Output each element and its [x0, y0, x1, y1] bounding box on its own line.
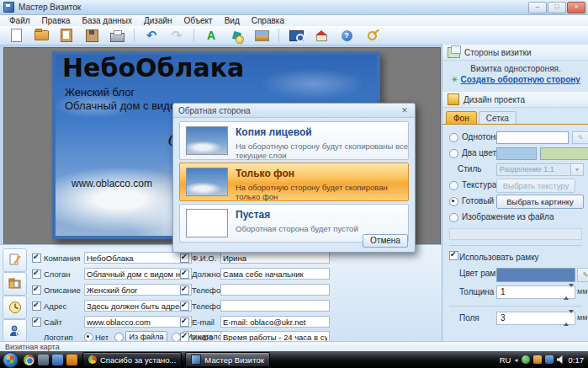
menu-file[interactable]: Файл [3, 16, 36, 25]
contacts-button[interactable] [3, 319, 27, 343]
margins-spinner-arrows[interactable] [564, 313, 569, 323]
company-input[interactable] [84, 252, 192, 264]
thickness-spinner-arrows[interactable] [564, 287, 569, 296]
insert-shape-icon[interactable] [226, 28, 246, 44]
option-copy-front[interactable]: Копия лицевой На оборотную сторону будут… [179, 121, 409, 160]
phone2-checkbox[interactable] [180, 301, 189, 311]
menu-database[interactable]: База данных [76, 16, 138, 25]
fio-checkbox[interactable] [180, 253, 189, 263]
radio-image-from-file[interactable] [449, 213, 458, 222]
card-site-text[interactable]: www.oblacco.com [72, 178, 152, 189]
frame-color-picker-button[interactable]: ✎ [577, 268, 588, 282]
company-checkbox[interactable] [32, 253, 41, 263]
save-icon[interactable] [82, 28, 102, 44]
create-back-side-link[interactable]: Создать оборотную сторону [461, 75, 580, 84]
phone1-checkbox[interactable] [180, 285, 189, 295]
radio-texture[interactable] [449, 181, 458, 190]
card-company-text[interactable]: НебоОблака [62, 53, 244, 83]
site-label: Сайт [44, 317, 62, 327]
cancel-button[interactable]: Отмена [363, 234, 408, 248]
image-file-field-disabled [449, 228, 582, 240]
fio-input[interactable] [220, 252, 330, 264]
edit-fields-button[interactable] [3, 248, 27, 272]
card-description-text[interactable]: Женский блог [65, 86, 135, 99]
phone1-input[interactable] [220, 284, 330, 296]
menu-view[interactable]: Вид [219, 16, 246, 25]
email-checkbox[interactable] [180, 317, 189, 327]
volume-icon[interactable] [557, 355, 565, 364]
toolbar-separator [278, 29, 279, 42]
project-design-icon [448, 93, 459, 105]
solid-color-swatch[interactable] [496, 131, 569, 144]
radio-image-from-file-label: Изображение из файла [462, 212, 554, 221]
project-design-header: Дизайн проекта [442, 92, 588, 108]
thickness-unit: мм [577, 287, 587, 296]
language-indicator[interactable]: RU [500, 355, 511, 365]
catalog-button[interactable] [3, 272, 27, 296]
position-input[interactable] [220, 268, 330, 280]
description-input[interactable] [84, 284, 192, 296]
right-panel: Стороны визитки Визитка одностороняя. ✳С… [442, 45, 588, 341]
choose-picture-button[interactable]: Выбрать картинку [496, 195, 584, 209]
tray-expand-icon[interactable]: ◂ [514, 356, 517, 364]
chrome-icon[interactable] [24, 355, 34, 365]
help-icon[interactable]: ? [336, 28, 357, 44]
insert-image-icon[interactable] [252, 28, 272, 44]
slogan-checkbox[interactable] [32, 269, 41, 279]
slogan-input[interactable] [84, 268, 192, 280]
network-tray-icon[interactable] [545, 355, 554, 364]
license-key-icon[interactable] [362, 28, 382, 44]
maximize-button[interactable]: □ [548, 2, 566, 13]
home-icon[interactable] [311, 28, 331, 44]
taskbar-button-browser[interactable]: Спасибо за устано... [82, 352, 182, 367]
history-button[interactable] [3, 296, 27, 319]
antivirus-tray-icon[interactable] [522, 355, 530, 364]
preview-icon[interactable] [286, 28, 306, 44]
insert-text-icon[interactable]: A [201, 28, 221, 44]
clock[interactable]: 0:17 [569, 355, 585, 365]
radio-two-colors[interactable] [449, 149, 458, 158]
position-checkbox[interactable] [180, 269, 189, 279]
divider [449, 306, 582, 307]
frame-color-swatch[interactable] [496, 268, 575, 282]
messenger-icon[interactable] [38, 355, 49, 365]
undo-icon[interactable]: ↶ [141, 28, 162, 44]
two-colors-swatch-2[interactable] [540, 147, 588, 160]
two-colors-swatch-1[interactable] [496, 147, 537, 160]
divider [449, 245, 582, 246]
menu-design[interactable]: Дизайн [138, 16, 178, 25]
phone2-input[interactable] [220, 300, 330, 312]
print-icon[interactable] [107, 28, 127, 44]
use-frame-label: Использовать рамку [459, 253, 539, 262]
close-button[interactable]: × [567, 2, 585, 13]
site-input[interactable] [84, 316, 192, 328]
menu-help[interactable]: Справка [246, 16, 290, 25]
explorer-icon[interactable] [52, 355, 63, 365]
tab-background[interactable]: Фон [446, 111, 477, 124]
dialog-close-icon[interactable]: ✕ [400, 106, 410, 115]
open-folder-icon[interactable] [31, 28, 51, 44]
update-tray-icon[interactable] [533, 355, 542, 364]
radio-ready-made[interactable] [449, 197, 458, 206]
taskbar-button-app[interactable]: Мастер Визиток [185, 352, 270, 367]
new-document-icon[interactable] [6, 28, 26, 44]
media-player-icon[interactable] [66, 355, 77, 365]
radio-solid-color[interactable] [449, 133, 458, 142]
address-input[interactable] [84, 300, 192, 312]
minimize-button[interactable]: – [528, 2, 547, 13]
tab-grid[interactable]: Сетка [479, 111, 516, 124]
use-frame-checkbox[interactable] [449, 251, 458, 260]
site-checkbox[interactable] [32, 317, 41, 327]
copy-page-icon[interactable] [56, 28, 77, 44]
app-icon [191, 355, 201, 365]
solid-color-picker-button: ✎ [572, 131, 588, 144]
card-sides-status: Визитка одностороняя. [442, 64, 588, 73]
create-back-side-icon: ✳ [451, 75, 458, 84]
address-checkbox[interactable] [32, 301, 41, 311]
option-background-only[interactable]: Только фон На оборотную сторону будет ск… [179, 163, 409, 201]
description-checkbox[interactable] [32, 285, 41, 295]
email-input[interactable] [220, 316, 330, 328]
menu-edit[interactable]: Правка [36, 16, 77, 25]
start-button[interactable] [3, 352, 19, 368]
menu-object[interactable]: Объект [178, 16, 219, 25]
